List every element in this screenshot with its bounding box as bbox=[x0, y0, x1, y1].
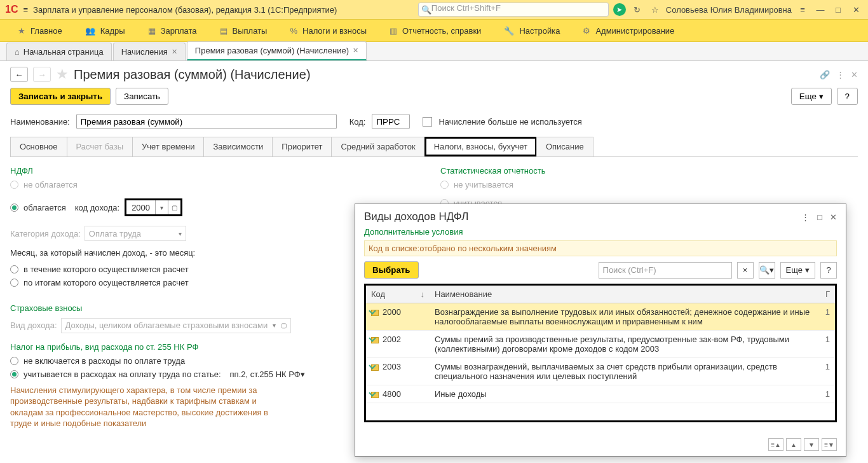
favorite-icon[interactable]: ★ bbox=[56, 66, 69, 83]
select-button[interactable]: Выбрать bbox=[364, 261, 419, 279]
radio-month1[interactable] bbox=[10, 265, 18, 273]
chevron-down-icon: ▾ bbox=[805, 265, 810, 275]
menu-hr[interactable]: 👥Кадры bbox=[74, 20, 137, 41]
income-code-label: код дохода: bbox=[75, 203, 119, 212]
row-g: 1 bbox=[820, 385, 835, 403]
popup-help-button[interactable]: ? bbox=[820, 262, 837, 279]
close-icon[interactable]: ✕ bbox=[849, 3, 863, 17]
close-page-icon[interactable]: ✕ bbox=[851, 70, 858, 79]
popup-maximize-icon[interactable]: □ bbox=[817, 212, 822, 222]
history-icon[interactable]: ↻ bbox=[630, 3, 644, 17]
name-input[interactable] bbox=[76, 114, 337, 129]
menu-label: Администрирование bbox=[595, 26, 674, 36]
popup-close-icon[interactable]: ✕ bbox=[830, 212, 837, 222]
menu-reports[interactable]: ▥Отчетность, справки bbox=[378, 20, 492, 41]
radio-profit1[interactable] bbox=[10, 357, 18, 365]
nav-first-icon[interactable]: ≡▲ bbox=[768, 438, 783, 451]
popup-kebab-icon[interactable]: ⋮ bbox=[801, 212, 810, 222]
link-icon[interactable]: 🔗 bbox=[820, 70, 830, 79]
disabled-checkbox[interactable] bbox=[423, 117, 432, 127]
popup-more-button[interactable]: Еще▾ bbox=[780, 262, 815, 279]
profit-opt2-label: учитывается в расходах на оплату труда п… bbox=[24, 370, 221, 379]
menu-admin[interactable]: ⚙Администрирование bbox=[571, 20, 686, 41]
menu-salary[interactable]: ▦Зарплата bbox=[137, 20, 208, 41]
global-search-input[interactable]: 🔍 Поиск Ctrl+Shift+F bbox=[418, 3, 609, 17]
itab-main[interactable]: Основное bbox=[10, 137, 67, 156]
help-button[interactable]: ? bbox=[837, 88, 858, 105]
itab-desc[interactable]: Описание bbox=[536, 137, 593, 156]
popup-search-input[interactable]: Поиск (Ctrl+F) bbox=[599, 262, 732, 279]
app-title: Зарплата и управление персоналом (базова… bbox=[33, 5, 337, 15]
income-code-field[interactable]: 2000 ▾ ▢ bbox=[125, 198, 182, 216]
itab-taxes[interactable]: Налоги, взносы, бухучет bbox=[424, 137, 537, 156]
tab-label: Начисления bbox=[121, 47, 168, 57]
open-icon[interactable]: ▢ bbox=[168, 200, 180, 214]
row-name: Вознаграждение за выполнение трудовых ил… bbox=[430, 303, 820, 331]
menu-settings[interactable]: 🔧Настройка bbox=[492, 20, 571, 41]
code-input[interactable] bbox=[372, 114, 410, 129]
income-types-popup: Виды доходов НДФЛ ⋮ □ ✕ Дополнительные у… bbox=[355, 204, 846, 457]
col-code[interactable]: Код↓ bbox=[366, 286, 430, 303]
itab-time[interactable]: Учет времени bbox=[132, 137, 204, 156]
nav-down-icon[interactable]: ▼ bbox=[804, 438, 819, 451]
search-placeholder: Поиск Ctrl+Shift+F bbox=[431, 3, 501, 13]
row-name: Суммы премий за производственные результ… bbox=[430, 331, 820, 358]
save-close-button[interactable]: Записать и закрыть bbox=[10, 88, 111, 105]
nav-up-icon[interactable]: ▲ bbox=[786, 438, 801, 451]
popup-filter[interactable]: Код в списке:отобрано по нескольким знач… bbox=[364, 240, 837, 256]
radio-profit2[interactable] bbox=[10, 370, 18, 378]
tab-bonus[interactable]: Премия разовая (суммой) (Начисление)✕ bbox=[187, 41, 367, 60]
settings-icon[interactable]: ≡ bbox=[796, 3, 810, 17]
table-row[interactable]: 2003 Суммы вознаграждений, выплачиваемых… bbox=[366, 358, 835, 385]
table-row[interactable]: 2002 Суммы премий за производственные ре… bbox=[366, 331, 835, 358]
radio-month2[interactable] bbox=[10, 279, 18, 287]
kebab-icon[interactable]: ⋮ bbox=[836, 70, 844, 79]
disabled-checkbox-wrap[interactable] bbox=[423, 116, 432, 127]
profit-article-select[interactable]: пп.2, ст.255 НК РФ▾ bbox=[230, 370, 330, 379]
menu-label: Выплаты bbox=[233, 26, 268, 36]
row-name: Иные доходы bbox=[430, 385, 820, 403]
user-name[interactable]: Соловьева Юлия Владимировна bbox=[666, 5, 792, 15]
itab-dep[interactable]: Зависимости bbox=[203, 137, 273, 156]
tab-accruals[interactable]: Начисления✕ bbox=[113, 43, 186, 60]
people-icon: 👥 bbox=[85, 26, 95, 36]
send-icon[interactable]: ➤ bbox=[613, 3, 627, 17]
nav-last-icon[interactable]: ≡▼ bbox=[822, 438, 837, 451]
nav-back-button[interactable]: ← bbox=[10, 67, 28, 82]
row-icon bbox=[371, 392, 379, 398]
itab-priority[interactable]: Приоритет bbox=[272, 137, 332, 156]
radio-taxed[interactable] bbox=[10, 204, 18, 212]
star-icon[interactable]: ☆ bbox=[648, 3, 662, 17]
minimize-icon[interactable]: — bbox=[813, 3, 827, 17]
category-value: Оплата труда bbox=[89, 229, 141, 238]
close-tab-icon[interactable]: ✕ bbox=[353, 46, 358, 55]
table-row[interactable]: 2000 Вознаграждение за выполнение трудов… bbox=[366, 303, 835, 331]
table-row[interactable]: 4800 Иные доходы 1 bbox=[366, 385, 835, 403]
hamburger-icon[interactable]: ≡ bbox=[23, 5, 28, 15]
col-name[interactable]: Наименование bbox=[430, 286, 820, 303]
more-button[interactable]: Еще ▾ bbox=[791, 88, 832, 105]
itab-avg[interactable]: Средний заработок bbox=[331, 137, 424, 156]
chevron-down-icon: ▾ bbox=[273, 322, 276, 329]
income-type-label: Вид дохода: bbox=[10, 321, 57, 330]
tab-home[interactable]: ⌂Начальная страница bbox=[6, 43, 112, 60]
row-icon bbox=[371, 364, 379, 371]
category-select: Оплата труда▾ bbox=[85, 226, 186, 241]
popup-advanced-search-icon[interactable]: 🔍▾ bbox=[759, 262, 775, 279]
col-g[interactable]: Г bbox=[820, 286, 835, 303]
save-button[interactable]: Записать bbox=[116, 88, 168, 105]
row-code: 2000 bbox=[383, 307, 401, 317]
menu-taxes[interactable]: %Налоги и взносы bbox=[278, 20, 378, 41]
popup-clear-search-icon[interactable]: × bbox=[737, 262, 754, 279]
stimul-description: Начисления стимулирующего характера, в т… bbox=[10, 381, 283, 433]
inner-tabs: Основное Расчет базы Учет времени Зависи… bbox=[10, 137, 858, 157]
maximize-icon[interactable]: □ bbox=[831, 3, 845, 17]
popup-search-placeholder: Поиск (Ctrl+F) bbox=[603, 265, 656, 275]
popup-subtitle: Дополнительные условия bbox=[355, 226, 846, 238]
menu-payments[interactable]: ▤Выплаты bbox=[208, 20, 279, 41]
close-tab-icon[interactable]: ✕ bbox=[172, 48, 177, 56]
nav-forward-button[interactable]: → bbox=[33, 67, 51, 82]
menu-main[interactable]: ★Главное bbox=[6, 20, 74, 41]
dropdown-icon[interactable]: ▾ bbox=[155, 200, 168, 214]
row-g: 1 bbox=[820, 303, 835, 331]
